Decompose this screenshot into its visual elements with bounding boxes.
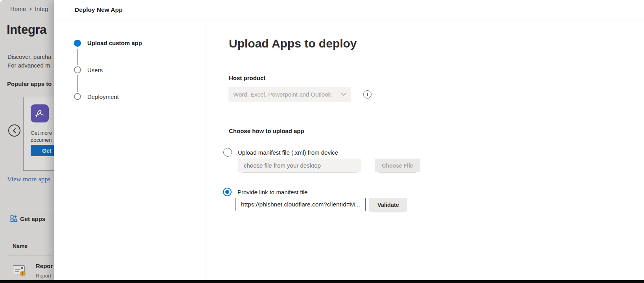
divider [7, 77, 54, 77]
deploy-new-app-panel: Deploy New App Upload custom app Users D… [54, 0, 644, 283]
view-more-apps-link[interactable]: View more apps [7, 175, 50, 183]
choose-upload-method-label: Choose how to upload app [229, 128, 304, 134]
step-users-indicator[interactable] [74, 66, 81, 73]
stepper-connector [77, 75, 78, 92]
popular-apps-heading: Popular apps to [7, 80, 52, 87]
warning-badge-icon: ! [20, 271, 26, 276]
get-apps-grid-icon [10, 215, 18, 223]
divider [7, 256, 54, 256]
breadcrumb-current: Integ [35, 5, 48, 12]
content-heading: Upload Apps to deploy [229, 37, 357, 50]
manifest-link-input[interactable] [236, 198, 366, 211]
stepper-connector [77, 49, 78, 65]
breadcrumb-separator: > [29, 5, 32, 12]
get-app-button[interactable]: Get [31, 145, 54, 156]
host-product-dropdown[interactable]: Word, Excel, Powerpoint and Outlook [228, 87, 351, 102]
chevron-left-icon [12, 128, 17, 133]
manifest-file-input[interactable] [238, 159, 361, 172]
carousel-previous-button[interactable] [8, 124, 20, 137]
page-title: Integra [7, 23, 46, 37]
step-upload-custom-app-label[interactable]: Upload custom app [87, 40, 142, 46]
breadcrumb: Home>Integ [10, 5, 48, 12]
divider [54, 20, 644, 20]
radio-provide-link[interactable] [223, 188, 232, 196]
chevron-down-icon [341, 93, 346, 96]
table-column-header-name[interactable]: Name [13, 243, 28, 249]
get-apps-button[interactable]: Get apps [10, 215, 45, 223]
page-description-line2: For advanced m [7, 62, 50, 69]
divider [206, 20, 206, 281]
validate-button[interactable]: Validate [369, 198, 407, 212]
page-description-line1: Discover, purcha [7, 53, 52, 60]
row-app-title: Repor [36, 263, 53, 269]
get-apps-label: Get apps [20, 215, 45, 222]
host-product-label: Host product [229, 75, 265, 81]
host-product-value: Word, Excel, Powerpoint and Outlook [233, 91, 341, 98]
card-text-line1: Get more [31, 130, 52, 136]
radio-provide-link-label[interactable]: Provide link to manifest file [237, 189, 307, 195]
radio-upload-manifest-file-label[interactable]: Upload manifest file (.xml) from device [238, 149, 338, 156]
row-app-subtitle: Report [36, 273, 51, 279]
info-icon[interactable]: i [363, 90, 372, 99]
breadcrumb-home-link[interactable]: Home [10, 5, 26, 12]
step-upload-custom-app-indicator[interactable] [74, 40, 81, 47]
card-text-line2: documen [31, 137, 52, 143]
background-page: Home>Integ Integra Discover, purcha For … [0, 0, 54, 283]
panel-title: Deploy New App [75, 6, 123, 13]
divider [7, 209, 54, 209]
adobe-acrobat-icon [31, 104, 49, 122]
radio-upload-manifest-file[interactable] [223, 148, 232, 157]
step-deployment-indicator[interactable] [74, 93, 81, 100]
step-users-label[interactable]: Users [87, 67, 103, 73]
window-bottom-edge [0, 280, 644, 283]
step-deployment-label[interactable]: Deployment [87, 93, 119, 100]
choose-file-button[interactable]: Choose File [375, 159, 420, 172]
